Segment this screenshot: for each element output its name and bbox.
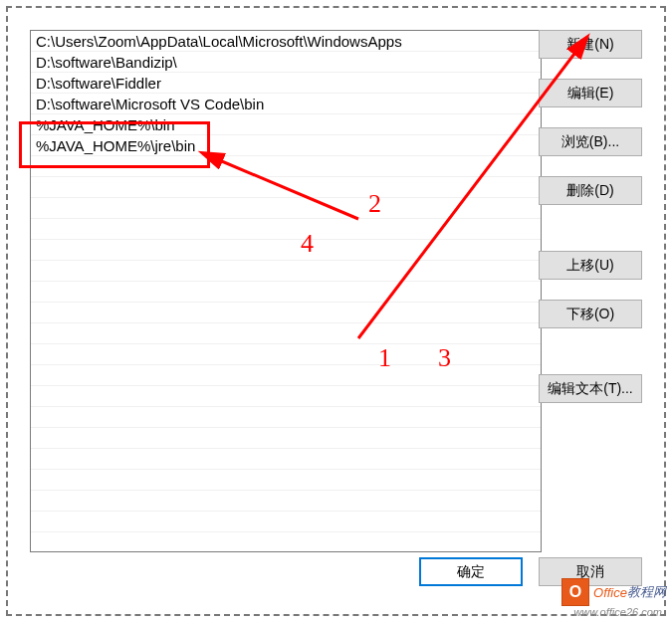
move-up-button[interactable]: 上移(U) — [539, 251, 642, 280]
new-button[interactable]: 新建(N) — [539, 30, 642, 59]
list-item[interactable]: D:\software\Fiddler — [31, 73, 541, 94]
list-item[interactable] — [31, 344, 541, 365]
list-item[interactable] — [31, 303, 541, 323]
list-item[interactable] — [31, 282, 541, 303]
list-item[interactable] — [31, 470, 541, 491]
dialog-frame: C:\Users\Zoom\AppData\Local\Microsoft\Wi… — [6, 6, 666, 616]
path-list[interactable]: C:\Users\Zoom\AppData\Local\Microsoft\Wi… — [30, 30, 542, 552]
bottom-button-panel: 确定 取消 — [419, 557, 642, 586]
list-item[interactable]: D:\software\Microsoft VS Code\bin — [31, 94, 541, 114]
list-item[interactable] — [31, 407, 541, 428]
list-item[interactable] — [31, 261, 541, 282]
list-item[interactable]: C:\Users\Zoom\AppData\Local\Microsoft\Wi… — [31, 31, 541, 52]
delete-button[interactable]: 删除(D) — [539, 176, 642, 205]
edit-text-button[interactable]: 编辑文本(T)... — [539, 374, 642, 403]
list-item[interactable] — [31, 532, 541, 552]
edit-button[interactable]: 编辑(E) — [539, 79, 642, 107]
list-item[interactable]: %JAVA_HOME%\bin — [31, 114, 541, 135]
move-down-button[interactable]: 下移(O) — [539, 300, 642, 328]
cancel-button[interactable]: 取消 — [539, 557, 642, 586]
list-item[interactable] — [31, 491, 541, 512]
list-item[interactable] — [31, 323, 541, 344]
list-item[interactable]: D:\software\Bandizip\ — [31, 52, 541, 73]
list-item[interactable] — [31, 512, 541, 532]
list-item[interactable]: %JAVA_HOME%\jre\bin — [31, 135, 541, 156]
list-item[interactable] — [31, 365, 541, 386]
list-item[interactable] — [31, 240, 541, 261]
browse-button[interactable]: 浏览(B)... — [539, 127, 642, 156]
list-item[interactable] — [31, 156, 541, 177]
list-item[interactable] — [31, 198, 541, 219]
list-item[interactable] — [31, 386, 541, 407]
list-item[interactable] — [31, 177, 541, 198]
list-item[interactable] — [31, 449, 541, 470]
ok-button[interactable]: 确定 — [419, 557, 523, 586]
side-button-panel: 新建(N) 编辑(E) 浏览(B)... 删除(D) 上移(U) 下移(O) 编… — [539, 30, 642, 403]
list-item[interactable] — [31, 219, 541, 240]
list-item[interactable] — [31, 428, 541, 449]
